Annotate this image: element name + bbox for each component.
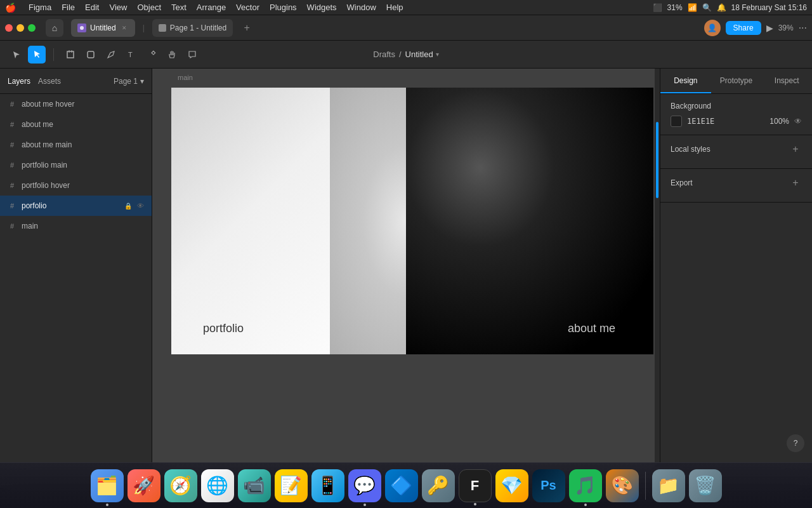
background-color-swatch[interactable]: [671, 116, 682, 127]
menu-window[interactable]: Window: [347, 3, 376, 12]
breadcrumb-title-label: Untitled: [405, 50, 433, 59]
select-tool[interactable]: [8, 46, 25, 64]
maximize-window-button[interactable]: [28, 24, 36, 32]
menu-view[interactable]: View: [109, 3, 127, 12]
shape-tool[interactable]: [82, 46, 100, 64]
share-button[interactable]: Share: [726, 21, 761, 35]
text-tool[interactable]: T: [122, 46, 140, 64]
layer-main[interactable]: # main: [0, 216, 152, 236]
vertical-scrollbar[interactable]: [655, 69, 660, 467]
layer-label: portfolio hover: [22, 181, 70, 190]
visibility-icon[interactable]: 👁: [137, 202, 144, 210]
tab-page1[interactable]: Page 1 - Untitled: [152, 19, 233, 37]
menu-figma[interactable]: Figma: [29, 3, 51, 12]
dock-appstore[interactable]: 📱: [311, 469, 344, 502]
dock-discord[interactable]: 💬: [348, 469, 381, 502]
comment-tool[interactable]: [183, 46, 201, 64]
close-window-button[interactable]: [5, 24, 13, 32]
dock-sketch[interactable]: 💎: [495, 469, 528, 502]
menu-bar-right: ⬛ 31% 📶 🔍 🔔 18 February Sat 15:16: [653, 3, 807, 12]
portfolio-frame[interactable]: portfolio: [171, 88, 406, 354]
home-button[interactable]: ⌂: [46, 19, 63, 37]
dock-facetime[interactable]: 📹: [238, 469, 271, 502]
pointer-tool[interactable]: [28, 46, 46, 64]
tab-inspect[interactable]: Inspect: [761, 69, 812, 93]
layer-label: about me hover: [22, 100, 74, 109]
sidebar-tab-assets[interactable]: Assets: [38, 77, 61, 86]
dock-notes[interactable]: 📝: [275, 469, 308, 502]
dock-spotify[interactable]: 🎵: [569, 469, 602, 502]
background-opacity-value[interactable]: 100%: [769, 117, 789, 126]
notification-icon[interactable]: 🔔: [717, 3, 726, 12]
menu-arrange[interactable]: Arrange: [197, 3, 226, 12]
frame-tool[interactable]: [62, 46, 79, 64]
menu-file[interactable]: File: [62, 3, 75, 12]
menu-edit[interactable]: Edit: [85, 3, 99, 12]
tab-design[interactable]: Design: [660, 69, 711, 93]
menu-plugins[interactable]: Plugins: [270, 3, 297, 12]
user-avatar[interactable]: 👤: [704, 20, 721, 36]
dock-chrome[interactable]: 🌐: [201, 469, 234, 502]
layer-portfolio-main[interactable]: # portfolio main: [0, 155, 152, 175]
battery-indicator: 31%: [667, 3, 683, 12]
vertical-scroll-thumb[interactable]: [656, 122, 658, 198]
layer-portfolio-hover[interactable]: # portfolio hover: [0, 175, 152, 196]
menu-object[interactable]: Object: [137, 3, 161, 12]
dock-finder[interactable]: 🗂️: [91, 469, 124, 502]
dock-blender[interactable]: 🎨: [606, 469, 639, 502]
present-icon[interactable]: ▶: [766, 23, 773, 33]
export-section-header: Export +: [671, 177, 802, 189]
dock-separator: [645, 472, 646, 500]
dock-trash[interactable]: 🗑️: [689, 469, 722, 502]
dock-figma[interactable]: F: [459, 469, 492, 502]
dock-launchpad[interactable]: 🚀: [128, 469, 160, 502]
dock-photoshop[interactable]: Ps: [532, 469, 565, 502]
background-visibility-icon[interactable]: 👁: [794, 117, 802, 126]
menu-vector[interactable]: Vector: [236, 3, 259, 12]
breadcrumb-separator: /: [399, 50, 402, 59]
apple-menu[interactable]: 🍎: [5, 3, 16, 13]
dock-safari[interactable]: 🧭: [164, 469, 197, 502]
panel-tabs: Design Prototype Inspect: [660, 69, 812, 94]
breadcrumb-drafts[interactable]: Drafts: [373, 50, 395, 59]
page-selector[interactable]: Page 1 ▾: [114, 77, 144, 86]
search-icon[interactable]: 🔍: [702, 3, 712, 12]
tab-close-button[interactable]: ✕: [120, 23, 129, 32]
more-options-button[interactable]: ···: [799, 22, 807, 34]
hand-tool[interactable]: [163, 46, 181, 64]
layer-about-me-main[interactable]: # about me main: [0, 135, 152, 155]
tab-prototype[interactable]: Prototype: [711, 69, 762, 93]
dock-keychain[interactable]: 🔑: [422, 469, 455, 502]
page-selector-label: Page 1: [114, 77, 138, 86]
tab-untitled[interactable]: Untitled ✕: [71, 19, 135, 37]
wifi-icon: 📶: [688, 3, 697, 12]
page-selector-chevron-icon: ▾: [140, 77, 144, 86]
layer-about-me[interactable]: # about me: [0, 114, 152, 135]
pen-tool[interactable]: [102, 46, 120, 64]
toolbar: T Drafts / Untitled ▾: [0, 41, 812, 69]
help-button[interactable]: ?: [787, 434, 804, 452]
sidebar-tab-layers[interactable]: Layers: [8, 77, 30, 86]
add-tab-button[interactable]: +: [238, 19, 256, 37]
component-tool[interactable]: [143, 46, 160, 64]
menu-text[interactable]: Text: [171, 3, 187, 12]
menu-widgets[interactable]: Widgets: [307, 3, 337, 12]
layer-porfolio[interactable]: # porfolio 🔒 👁: [0, 196, 152, 216]
export-add-button[interactable]: +: [789, 177, 802, 189]
svg-text:T: T: [128, 51, 133, 58]
dock-files[interactable]: 📁: [652, 469, 685, 502]
portfolio-text: portfolio: [203, 322, 244, 335]
toolbar-breadcrumb: Drafts / Untitled ▾: [373, 50, 438, 59]
canvas-area[interactable]: main portfolio about me: [152, 69, 660, 488]
svg-rect-4: [88, 51, 94, 58]
dock-vscode[interactable]: 🔷: [385, 469, 418, 502]
lock-icon: 🔒: [124, 203, 132, 210]
about-me-frame[interactable]: about me: [406, 88, 653, 354]
layer-about-me-hover[interactable]: # about me hover: [0, 94, 152, 114]
breadcrumb-title-dropdown[interactable]: Untitled ▾: [405, 50, 439, 59]
menu-help[interactable]: Help: [386, 3, 403, 12]
local-styles-add-button[interactable]: +: [789, 143, 802, 156]
background-color-value[interactable]: 1E1E1E: [687, 117, 764, 126]
frame-container: portfolio about me: [171, 88, 653, 354]
minimize-window-button[interactable]: [16, 24, 24, 32]
